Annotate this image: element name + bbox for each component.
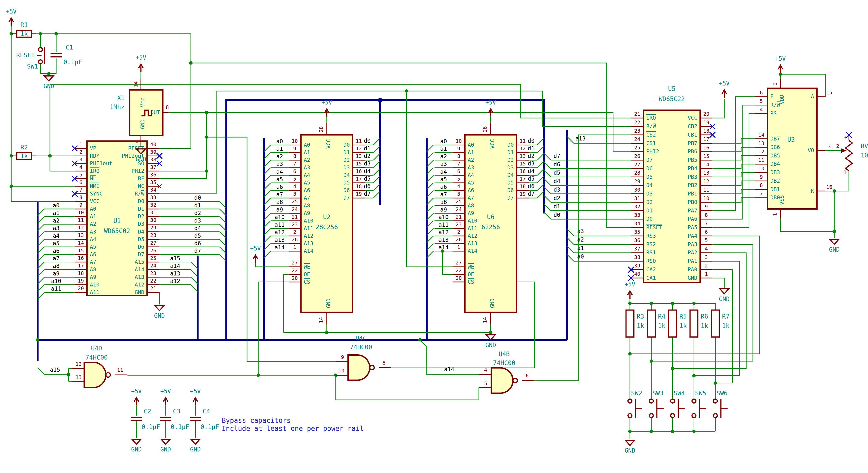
component-U1[interactable]: U1WD65C021VP2RDY3PHI1out4IRQ5ML6NMI7SYNC… xyxy=(72,141,165,319)
component-U2[interactable]: U228C25610A09A18A27A36A45A54A63A725A824A… xyxy=(288,99,365,324)
text: 26 xyxy=(456,237,462,243)
schematic-canvas[interactable]: +5VGNDa0a1a2a3a4a5a6a7a8a9a10a11d0d1d2d3… xyxy=(0,0,868,473)
wire xyxy=(219,224,226,231)
text: 35 xyxy=(150,180,156,185)
component-keypad[interactable]: +5VR31kR41kR51kR61kR71kSW2SW3SW4SW5SW6GN… xyxy=(625,281,730,454)
text: 14 xyxy=(703,162,709,167)
component-bypass-caps[interactable]: +5VC20.1µFGND+5VC30.1µFGND+5VC40.1µFGND xyxy=(131,388,219,453)
text: D7 xyxy=(138,251,144,257)
text: SW2 xyxy=(631,389,642,397)
text: a3 xyxy=(577,228,584,234)
text: A3 xyxy=(468,164,474,170)
component-U5[interactable]: U5WD65C2221IRQ22R/W23CS224CS125PHI226D72… xyxy=(628,80,730,303)
text: 7 xyxy=(79,187,82,193)
text: 36 xyxy=(634,238,641,243)
text: 16 xyxy=(78,255,84,261)
text: PHI2 xyxy=(131,168,144,174)
text: 17 xyxy=(78,263,84,269)
text: 1k xyxy=(658,322,665,329)
wire xyxy=(258,282,288,375)
component-U3[interactable]: U36E5R/W4RS14DB713DB612DB511DB410DB39DB2… xyxy=(755,55,840,253)
text: SW3 xyxy=(652,389,663,397)
text: 13 xyxy=(355,153,362,159)
text: U4B xyxy=(499,350,510,357)
component-R1-SW1-C1[interactable]: +5VR11kRESETSW1C10.1µFGND xyxy=(6,8,82,90)
text: d3 xyxy=(194,217,201,224)
wire xyxy=(219,201,226,208)
text: 10k xyxy=(861,152,868,159)
component-U4C[interactable]: U4C74HC009108 xyxy=(336,335,392,380)
text: d0 xyxy=(364,137,371,144)
text: a12 xyxy=(439,229,449,235)
text: 37 xyxy=(150,164,156,170)
wire xyxy=(255,263,289,267)
text: D6 xyxy=(646,165,653,171)
wire xyxy=(567,254,574,261)
text: 1Mhz xyxy=(110,103,125,111)
text: U2 xyxy=(323,213,331,220)
wire xyxy=(544,195,551,202)
text: a8 xyxy=(276,199,283,205)
text: 36 xyxy=(150,172,156,178)
text: R2 xyxy=(21,144,28,151)
text: a5 xyxy=(276,176,283,183)
text: 3 xyxy=(705,254,708,260)
text: D2 xyxy=(507,157,514,163)
component-U6[interactable]: U66225610A09A18A27A36A45A54A63A725A824A9… xyxy=(453,99,529,324)
component-RV1[interactable]: 312RV110k xyxy=(836,132,868,175)
text: 10 xyxy=(338,368,344,374)
text: a1 xyxy=(53,210,60,216)
wire xyxy=(427,168,433,175)
text: R3 xyxy=(637,313,644,320)
text: 21 xyxy=(456,214,462,220)
text: 27 xyxy=(634,162,641,167)
text: a9 xyxy=(53,270,60,277)
text: 6 xyxy=(293,168,296,174)
text: 6 xyxy=(526,373,529,379)
text: 20 xyxy=(78,286,84,291)
text: PHI2 xyxy=(646,148,659,154)
text: 10 xyxy=(292,138,298,144)
text: a14 xyxy=(439,244,449,251)
text: a7 xyxy=(276,191,283,198)
wire xyxy=(264,244,271,250)
component-U4D[interactable]: U4D74HC00121311 xyxy=(72,345,128,387)
text: PB2 xyxy=(688,182,697,188)
text: 8 xyxy=(293,153,296,159)
text: 13 xyxy=(78,232,84,238)
wire xyxy=(283,274,288,333)
text: 1k xyxy=(722,322,730,329)
component-R2[interactable]: R21k xyxy=(11,144,36,159)
text: 11 xyxy=(520,138,526,144)
text: 0.1µF xyxy=(142,423,160,430)
text: 33 xyxy=(150,195,156,200)
text: d0 xyxy=(528,137,535,144)
text: A12 xyxy=(468,232,477,239)
wire xyxy=(834,171,849,191)
text: 2 xyxy=(705,263,708,269)
component-U4B[interactable]: U4B74HC00456 xyxy=(479,350,535,393)
wire xyxy=(264,153,271,159)
text: VCC xyxy=(489,139,495,149)
wire xyxy=(264,183,271,190)
text: D3 xyxy=(646,190,653,197)
text: PB3 xyxy=(688,174,697,180)
wire xyxy=(219,247,226,253)
text: 10 xyxy=(758,166,765,171)
text: a3 xyxy=(53,225,60,231)
text: D4 xyxy=(138,228,144,235)
text: WE xyxy=(468,263,474,270)
text: 11 xyxy=(78,217,84,223)
text: 5 xyxy=(293,176,296,182)
text: RS3 xyxy=(646,232,656,239)
text: 5 xyxy=(457,176,460,182)
wire xyxy=(264,206,271,212)
text: PA6 xyxy=(688,216,697,222)
wire xyxy=(264,160,271,167)
text: A11 xyxy=(304,225,313,231)
text: 4 xyxy=(79,164,82,170)
text: 1k xyxy=(679,322,687,329)
text: DB4 xyxy=(770,161,780,167)
text: 1 xyxy=(293,244,296,250)
text: D6 xyxy=(343,187,350,193)
